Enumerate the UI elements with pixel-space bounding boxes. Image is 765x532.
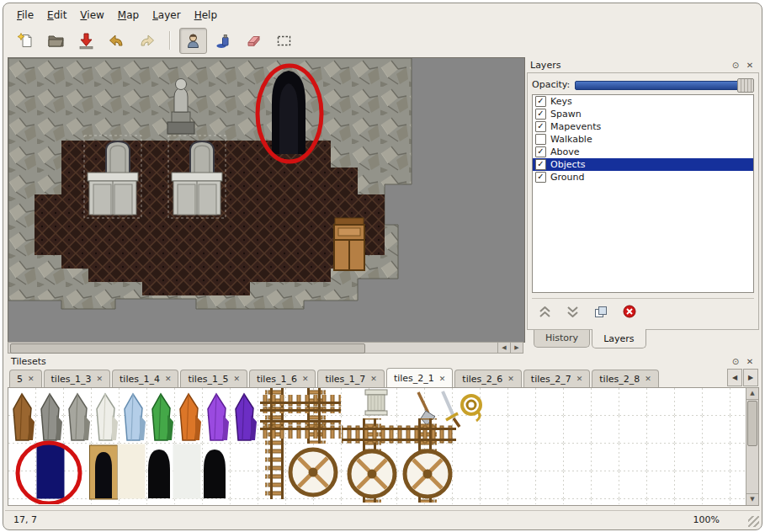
selected-navy-tile[interactable]	[37, 444, 65, 499]
character-tool-button[interactable]	[179, 28, 207, 54]
menu-file[interactable]: File	[10, 7, 40, 24]
float-panel-icon[interactable]: ⊙	[730, 356, 741, 367]
menu-layer[interactable]: Layer	[146, 7, 187, 24]
tab-scroll-buttons: ◀ ▶	[726, 369, 758, 386]
tilesets-panel-title: Tilesets	[11, 356, 46, 367]
layer-list: ✓ Keys ✓ Spawn ✓ Mapevents Walkable ✓	[532, 94, 754, 293]
duplicate-layer-button[interactable]	[594, 306, 608, 321]
tileset-tab-3[interactable]: tiles_1_5 ✕	[180, 370, 247, 387]
toolbar	[5, 26, 760, 55]
layer-checkbox[interactable]: ✓	[535, 146, 546, 157]
layer-row-ground[interactable]: ✓ Ground	[533, 171, 753, 184]
scrollbar-thumb[interactable]	[10, 343, 365, 354]
tileset-tab-7[interactable]: tiles_2_6 ✕	[454, 370, 521, 387]
tileset-tab-bar: 5 ✕ tiles_1_3 ✕ tiles_1_4 ✕ tiles_1_5 ✕ …	[8, 368, 759, 388]
tileset-tab-4[interactable]: tiles_1_6 ✕	[249, 370, 316, 387]
close-panel-icon[interactable]: ✕	[744, 356, 756, 367]
tileset-tab-2[interactable]: tiles_1_4 ✕	[112, 370, 178, 387]
undo-button[interactable]	[103, 28, 130, 54]
tileset-tab-5[interactable]: tiles_1_7 ✕	[317, 370, 384, 387]
close-tab-icon[interactable]: ✕	[233, 375, 240, 383]
ink-bottle-icon	[215, 32, 232, 50]
tileset-tab-9[interactable]: tiles_2_8 ✕	[592, 370, 658, 387]
layer-actions	[532, 298, 754, 321]
layer-row-keys[interactable]: ✓ Keys	[533, 95, 753, 108]
tab-layers[interactable]: Layers	[592, 329, 645, 348]
layer-checkbox[interactable]: ✓	[535, 96, 546, 107]
tab-scroll-left-button[interactable]: ◀	[727, 369, 742, 386]
layer-checkbox[interactable]: ✓	[535, 159, 546, 170]
new-map-button[interactable]	[12, 28, 40, 54]
close-tab-icon[interactable]: ✕	[28, 375, 35, 383]
map-horizontal-scrollbar[interactable]: ◀ ▶	[8, 342, 523, 354]
delete-layer-button[interactable]	[623, 305, 636, 321]
move-layer-up-button[interactable]	[539, 306, 551, 320]
eraser-icon	[245, 32, 263, 50]
copy-icon	[594, 306, 608, 318]
tileset-tab-0[interactable]: 5 ✕	[9, 370, 42, 387]
menu-help[interactable]: Help	[188, 7, 224, 24]
cursor-coordinates: 17, 7	[13, 514, 37, 525]
close-tab-icon[interactable]: ✕	[370, 375, 377, 383]
close-tab-icon[interactable]: ✕	[576, 375, 583, 383]
layer-row-spawn[interactable]: ✓ Spawn	[533, 108, 753, 120]
scroll-up-button[interactable]: ▲	[746, 388, 758, 400]
close-tab-icon[interactable]: ✕	[439, 375, 446, 383]
open-folder-icon	[47, 32, 65, 50]
fill-tool-button[interactable]	[210, 28, 237, 54]
menu-edit[interactable]: Edit	[40, 7, 73, 24]
map-object-dark-figure[interactable]	[272, 71, 305, 154]
tileset-vertical-scrollbar[interactable]: ▲ ▼	[746, 388, 758, 505]
layer-row-objects[interactable]: ✓ Objects	[533, 158, 753, 171]
layers-panel: Layers ⊙ ✕ Opacity: ✓ Keys ✓ Spawn	[527, 57, 759, 348]
close-tab-icon[interactable]: ✕	[645, 375, 651, 383]
layers-panel-title: Layers	[530, 60, 560, 71]
menu-map[interactable]: Map	[111, 7, 146, 24]
close-tab-icon[interactable]: ✕	[96, 375, 103, 383]
move-layer-down-button[interactable]	[566, 306, 579, 320]
layer-label: Keys	[550, 96, 572, 107]
save-button[interactable]	[72, 28, 100, 54]
redo-button[interactable]	[133, 28, 161, 54]
float-panel-icon[interactable]: ⊙	[730, 60, 741, 71]
app-window: File Edit View Map Layer Help	[3, 3, 762, 530]
layers-panel-titlebar: Layers ⊙ ✕	[527, 57, 759, 72]
layer-checkbox[interactable]: ✓	[535, 172, 546, 183]
tab-scroll-right-button[interactable]: ▶	[743, 369, 758, 386]
opacity-slider[interactable]	[575, 77, 754, 92]
tileset-tab-8[interactable]: tiles_2_7 ✕	[523, 370, 590, 387]
layers-panel-body: Opacity: ✓ Keys ✓ Spawn ✓ Mapevents	[527, 72, 759, 330]
map-canvas[interactable]	[8, 57, 525, 343]
tileset-canvas[interactable]: ▲ ▼	[8, 387, 759, 506]
select-tool-button[interactable]	[270, 28, 298, 54]
menu-bar: File Edit View Map Layer Help	[5, 5, 760, 25]
layer-checkbox[interactable]	[535, 134, 546, 145]
undo-icon	[108, 32, 125, 50]
layer-row-above[interactable]: ✓ Above	[533, 146, 753, 158]
layer-row-walkable[interactable]: Walkable	[533, 133, 753, 146]
layer-checkbox[interactable]: ✓	[535, 121, 546, 132]
scroll-right-button[interactable]: ▶	[510, 343, 523, 353]
tileset-tab-1[interactable]: tiles_1_3 ✕	[44, 370, 110, 387]
layer-checkbox[interactable]: ✓	[535, 109, 546, 120]
resize-grip[interactable]	[748, 516, 759, 527]
status-bar: 17, 7 100%	[5, 510, 760, 528]
scroll-left-button[interactable]: ◀	[497, 343, 510, 353]
menu-view[interactable]: View	[73, 7, 110, 24]
close-tab-icon[interactable]: ✕	[507, 375, 514, 383]
tab-history[interactable]: History	[534, 330, 590, 348]
map-object-cabinet[interactable]	[334, 218, 364, 270]
layer-label: Walkable	[550, 134, 592, 145]
layer-row-mapevents[interactable]: ✓ Mapevents	[533, 120, 753, 133]
eraser-tool-button[interactable]	[240, 28, 268, 54]
tileset-tab-6-active[interactable]: tiles_2_1 ✕	[386, 368, 453, 388]
opacity-slider-track[interactable]	[575, 81, 752, 90]
close-tab-icon[interactable]: ✕	[302, 375, 309, 383]
chevron-up-icon	[539, 306, 551, 317]
close-tab-icon[interactable]: ✕	[165, 375, 172, 383]
scrollbar-thumb[interactable]	[747, 401, 757, 446]
open-button[interactable]	[42, 28, 70, 54]
scroll-down-button[interactable]: ▼	[746, 493, 758, 505]
close-panel-icon[interactable]: ✕	[744, 60, 756, 71]
opacity-slider-handle[interactable]	[737, 78, 754, 93]
